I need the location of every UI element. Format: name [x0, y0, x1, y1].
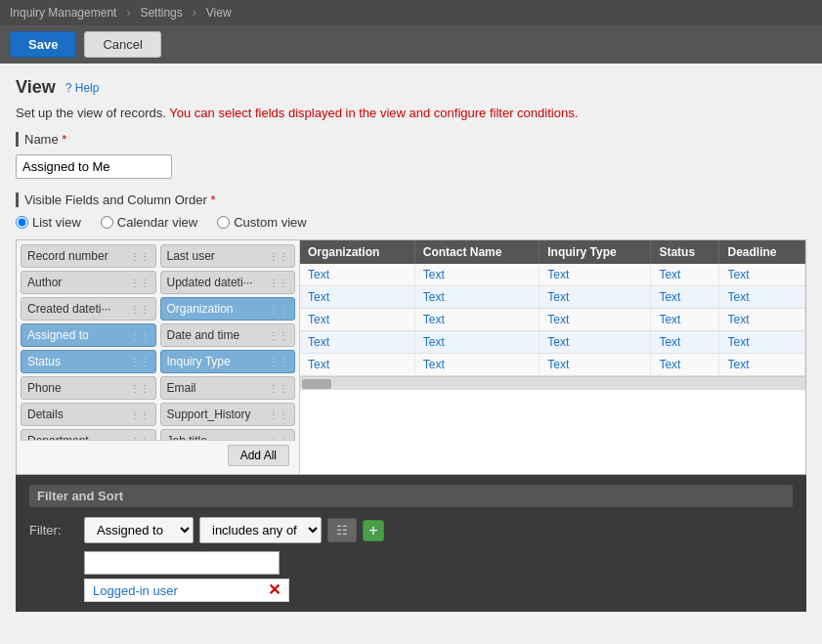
table-cell: Text [651, 331, 719, 354]
add-all-row: Add All [21, 440, 295, 470]
field-item[interactable]: Department⋮⋮ [21, 429, 156, 440]
table-cell: Text [414, 354, 540, 376]
table-cell: Text [651, 264, 719, 286]
field-row: Assigned to⋮⋮Date and time⋮⋮ [21, 323, 295, 347]
description-plain: Set up the view of records. [16, 106, 166, 120]
filter-remove-button[interactable]: ✕ [268, 582, 281, 598]
field-item[interactable]: Support_History⋮⋮ [160, 403, 296, 426]
field-item[interactable]: Date and time⋮⋮ [160, 323, 296, 347]
table-cell: Text [414, 264, 540, 286]
table-cell: Text [540, 331, 651, 354]
field-item[interactable]: Updated dateti···⋮⋮ [160, 271, 296, 294]
table-header: Status [651, 240, 719, 264]
table-cell: Text [719, 331, 805, 354]
description: Set up the view of records. You can sele… [16, 106, 806, 120]
page-title: View [16, 77, 56, 98]
field-item[interactable]: Phone⋮⋮ [21, 376, 156, 400]
add-all-button[interactable]: Add All [228, 445, 289, 466]
filter-label: Filter: [29, 523, 78, 537]
filter-icon-button[interactable]: ☷ [327, 518, 357, 542]
filter-title: Filter and Sort [29, 485, 793, 507]
filter-text-input[interactable] [84, 551, 280, 575]
table-cell: Text [719, 264, 805, 286]
field-row: Created dateti···⋮⋮Organization⋮⋮ [21, 297, 295, 321]
table-row: TextTextTextTextText [300, 286, 805, 309]
field-item[interactable]: Assigned to⋮⋮ [21, 323, 156, 347]
filter-value-area: Logged-in user ✕ [84, 551, 793, 602]
list-view-radio[interactable]: List view [16, 215, 81, 230]
custom-view-radio[interactable]: Custom view [217, 215, 306, 230]
table-cell: Text [300, 264, 414, 286]
table-cell: Text [300, 331, 414, 354]
filter-suggestion[interactable]: Logged-in user ✕ [84, 579, 289, 602]
horizontal-scrollbar[interactable] [300, 376, 805, 390]
filter-add-button[interactable]: + [363, 520, 384, 541]
table-row: TextTextTextTextText [300, 309, 805, 331]
table-cell: Text [540, 286, 651, 309]
table-row: TextTextTextTextText [300, 264, 805, 286]
filter-field-select[interactable]: Assigned toStatusAuthorOrganization [84, 517, 194, 543]
name-input[interactable] [16, 154, 172, 179]
table-cell: Text [651, 354, 719, 376]
table-cell: Text [414, 331, 540, 354]
nav-settings[interactable]: Settings [140, 6, 182, 20]
table-header: Organization [300, 240, 414, 264]
field-row: Author⋮⋮Updated dateti···⋮⋮ [21, 271, 295, 294]
table-cell: Text [719, 354, 805, 376]
table-cell: Text [300, 286, 414, 309]
field-row: Status⋮⋮Inquiry Type⋮⋮ [21, 350, 295, 373]
field-row: Phone⋮⋮Email⋮⋮ [21, 376, 295, 400]
description-highlight: You can select fields displayed in the v… [169, 106, 578, 120]
table-cell: Text [651, 309, 719, 331]
table-cell: Text [300, 354, 414, 376]
nav-inquiry[interactable]: Inquiry Management [10, 6, 116, 20]
nav-view[interactable]: View [206, 6, 232, 20]
scroll-thumb [302, 379, 331, 389]
table-cell: Text [540, 264, 651, 286]
name-section-label: Name * [16, 132, 806, 147]
toolbar: Save Cancel [0, 25, 822, 64]
page-header: View ? Help [16, 77, 806, 98]
table-header: Contact Name [414, 240, 540, 264]
table-header: Inquiry Type [540, 240, 651, 264]
help-link[interactable]: ? Help [65, 81, 100, 95]
field-item[interactable]: Author⋮⋮ [21, 271, 156, 294]
field-item[interactable]: Created dateti···⋮⋮ [21, 297, 156, 321]
field-row: Details⋮⋮Support_History⋮⋮ [21, 403, 295, 426]
table-cell: Text [414, 286, 540, 309]
table-row: TextTextTextTextText [300, 354, 805, 376]
view-type-radio-group: List view Calendar view Custom view [16, 215, 806, 230]
table-header: Deadline [719, 240, 805, 264]
field-item[interactable]: Job title⋮⋮ [160, 429, 296, 440]
field-row: Record number⋮⋮Last user⋮⋮ [21, 244, 295, 268]
table-cell: Text [719, 309, 805, 331]
fields-scroll[interactable]: Record number⋮⋮Last user⋮⋮Author⋮⋮Update… [21, 244, 295, 440]
field-item[interactable]: Record number⋮⋮ [21, 244, 156, 268]
filter-row: Filter: Assigned toStatusAuthorOrganizat… [29, 517, 793, 543]
field-item[interactable]: Organization⋮⋮ [160, 297, 296, 321]
table-cell: Text [300, 309, 414, 331]
fields-area: Record number⋮⋮Last user⋮⋮Author⋮⋮Update… [16, 239, 806, 475]
table-cell: Text [540, 309, 651, 331]
breadcrumb: Inquiry Management › Settings › View [0, 0, 822, 25]
visible-fields-label: Visible Fields and Column Order * [16, 193, 806, 207]
table-row: TextTextTextTextText [300, 331, 805, 354]
filter-condition-select[interactable]: includes any ofisis notis empty [199, 517, 322, 543]
field-item[interactable]: Status⋮⋮ [21, 350, 156, 373]
field-item[interactable]: Details⋮⋮ [21, 403, 156, 426]
table-cell: Text [540, 354, 651, 376]
main-content: View ? Help Set up the view of records. … [0, 64, 822, 644]
filter-section: Filter and Sort Filter: Assigned toStatu… [16, 475, 806, 612]
field-item[interactable]: Email⋮⋮ [160, 376, 296, 400]
table-cell: Text [414, 309, 540, 331]
preview-table: OrganizationContact NameInquiry TypeStat… [300, 240, 805, 376]
field-row: Department⋮⋮Job title⋮⋮ [21, 429, 295, 440]
calendar-view-radio[interactable]: Calendar view [101, 215, 197, 230]
available-fields-panel: Record number⋮⋮Last user⋮⋮Author⋮⋮Update… [17, 240, 300, 474]
cancel-button[interactable]: Cancel [84, 31, 160, 58]
field-item[interactable]: Last user⋮⋮ [160, 244, 296, 268]
save-button[interactable]: Save [10, 31, 76, 58]
filter-suggestion-text: Logged-in user [93, 583, 262, 598]
preview-table-wrap: OrganizationContact NameInquiry TypeStat… [300, 240, 805, 474]
field-item[interactable]: Inquiry Type⋮⋮ [160, 350, 296, 373]
